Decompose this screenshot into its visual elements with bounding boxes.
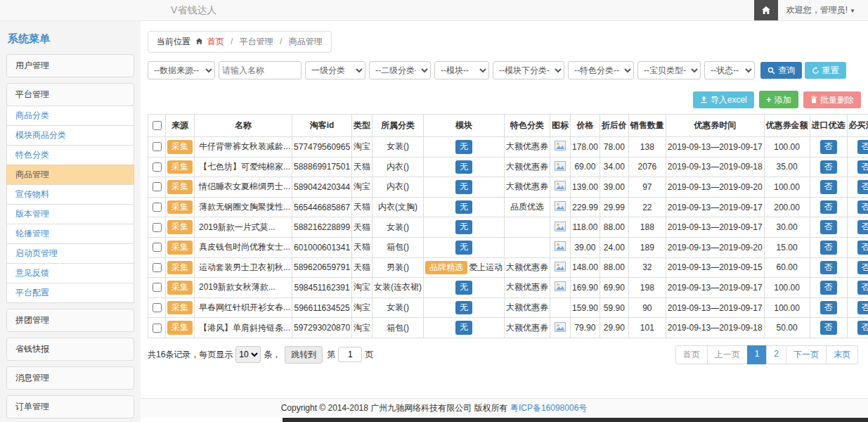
row-checkbox[interactable] <box>153 283 162 292</box>
must-buy-toggle[interactable]: 否 <box>857 220 868 234</box>
product-name: 运动套装男士卫衣初秋... <box>195 257 292 278</box>
sidebar-item-6[interactable]: 宣传物料 <box>6 184 134 205</box>
icp-link[interactable]: 粤ICP备16098006号 <box>510 402 587 414</box>
import-select-toggle[interactable]: 否 <box>820 241 837 255</box>
jump-button[interactable]: 跳转到 <box>285 346 323 364</box>
feature-category-select[interactable]: --特色分类-- <box>568 61 634 79</box>
sidebar-item-4[interactable]: 特色分类 <box>6 145 134 165</box>
page-button-2[interactable]: 1 <box>747 345 767 364</box>
home-icon <box>761 6 771 15</box>
module-badge: 无 <box>455 200 472 215</box>
source-badge: 采集 <box>167 160 193 174</box>
sales-count: 198 <box>628 278 666 298</box>
source-badge: 采集 <box>167 261 193 275</box>
product-type: 淘宝 <box>352 177 373 198</box>
price: 39.00 <box>571 237 600 257</box>
must-buy-toggle[interactable]: 否 <box>857 160 868 174</box>
module-sub-category-select[interactable]: --模块下分类-- <box>493 61 564 79</box>
must-buy-toggle[interactable]: 否 <box>857 261 868 275</box>
sidebar-item-13[interactable]: 省钱快报 <box>6 338 134 361</box>
coupon-time: 2019-09-13—2019-09-20 <box>666 177 764 198</box>
breadcrumb-home-link[interactable]: 首页 <box>207 37 224 46</box>
page-size-select[interactable]: 10 <box>235 346 261 363</box>
select-all-checkbox[interactable] <box>153 121 162 130</box>
sidebar-item-15[interactable]: 订单管理 <box>6 395 134 418</box>
source-badge: 采集 <box>167 180 193 194</box>
page-button-3[interactable]: 2 <box>766 345 786 364</box>
row-checkbox[interactable] <box>153 203 162 212</box>
row-checkbox[interactable] <box>153 182 162 191</box>
import-select-toggle[interactable]: 否 <box>820 220 837 234</box>
price: 229.99 <box>571 197 600 217</box>
reset-button[interactable]: 重置 <box>805 62 846 79</box>
sidebar-item-10[interactable]: 意见反馈 <box>6 263 134 283</box>
import-select-toggle[interactable]: 否 <box>820 261 837 275</box>
name-input[interactable] <box>219 61 302 79</box>
row-checkbox[interactable] <box>153 162 162 172</box>
product-name: 2019新款女秋薄款... <box>195 278 292 298</box>
import-select-toggle[interactable]: 否 <box>820 180 837 194</box>
sidebar-item-8[interactable]: 轮播管理 <box>6 224 134 244</box>
sidebar-item-12[interactable]: 拼团管理 <box>6 309 134 332</box>
icon-cell <box>550 318 571 338</box>
import-select-toggle[interactable]: 否 <box>820 140 837 154</box>
coupon-time: 2019-09-13—2019-09-18 <box>666 157 764 177</box>
filter-bar: --数据来源--一级分类--二级分类----模块----模块下分类----特色分… <box>148 61 861 79</box>
row-checkbox[interactable] <box>153 142 162 151</box>
page-number-input[interactable] <box>338 347 362 362</box>
module-select[interactable]: --模块-- <box>434 61 489 79</box>
level1-category-select[interactable]: 一级分类 <box>305 61 365 79</box>
page-button-1[interactable]: 上一页 <box>707 345 748 364</box>
row-checkbox[interactable] <box>153 223 162 232</box>
coupon-time: 2019-09-13—2019-09-17 <box>666 278 764 298</box>
add-button[interactable]: + 添加 <box>759 91 798 108</box>
must-buy-toggle[interactable]: 否 <box>857 281 868 295</box>
batch-delete-button[interactable]: 批量删除 <box>803 91 861 108</box>
source-badge: 采集 <box>167 241 193 255</box>
sidebar-item-14[interactable]: 消息管理 <box>6 366 134 390</box>
page-button-5[interactable]: 末页 <box>826 345 858 364</box>
import-select-toggle[interactable]: 否 <box>820 200 837 215</box>
table-row: 采集薄款无钢圈文胸聚拢性...565446685867天猫内衣(文胸)无品质优选… <box>148 197 868 217</box>
item-type-select[interactable]: --宝贝类型-- <box>637 61 701 79</box>
search-button[interactable]: 查询 <box>760 62 802 79</box>
must-buy-toggle[interactable]: 否 <box>857 200 868 215</box>
sidebar-item-0[interactable]: 用户管理 <box>6 54 134 77</box>
must-buy-toggle[interactable]: 否 <box>857 241 868 255</box>
sidebar-item-9[interactable]: 启动页管理 <box>6 243 134 264</box>
page-button-0[interactable]: 首页 <box>675 345 708 364</box>
data-source-select[interactable]: --数据来源-- <box>148 61 215 79</box>
must-buy-toggle[interactable]: 否 <box>857 180 868 194</box>
sidebar-item-7[interactable]: 版本管理 <box>6 204 134 224</box>
user-menu[interactable]: 欢迎您，管理员!▼ <box>778 4 868 16</box>
row-checkbox[interactable] <box>153 263 162 272</box>
page-button-4[interactable]: 下一页 <box>786 345 827 364</box>
status-select[interactable]: --状态-- <box>704 61 755 79</box>
must-buy-toggle[interactable]: 否 <box>857 321 868 335</box>
level2-category-select[interactable]: --二级分类-- <box>369 61 431 79</box>
sidebar-item-11[interactable]: 平台配置 <box>6 283 134 303</box>
import-excel-button[interactable]: 导入excel <box>693 91 754 108</box>
import-select-toggle[interactable]: 否 <box>820 321 837 335</box>
main-content: 当前位置 首页 / 平台管理 / 商品管理 --数据来源--一级分类--二级分类… <box>148 21 868 364</box>
row-checkbox[interactable] <box>153 303 162 312</box>
must-buy-toggle[interactable]: 否 <box>857 140 868 154</box>
sidebar-item-3[interactable]: 模块商品分类 <box>6 125 134 146</box>
sidebar-item-1[interactable]: 平台管理 <box>6 83 134 106</box>
module-cell: 无 <box>424 278 505 298</box>
icon-cell <box>550 157 571 177</box>
product-thumbnail <box>555 161 566 171</box>
product-category: 内衣() <box>373 157 424 177</box>
module-cell: 无 <box>424 137 505 158</box>
import-select-toggle[interactable]: 否 <box>820 301 837 315</box>
row-checkbox[interactable] <box>153 243 162 252</box>
import-select-toggle[interactable]: 否 <box>820 281 837 295</box>
row-checkbox[interactable] <box>153 324 162 333</box>
must-buy-toggle[interactable]: 否 <box>857 301 868 315</box>
home-button[interactable] <box>754 0 778 20</box>
import-select-toggle[interactable]: 否 <box>820 160 837 174</box>
sidebar-item-2[interactable]: 商品分类 <box>6 106 134 126</box>
sidebar-item-5[interactable]: 商品管理 <box>6 165 134 185</box>
module-cell: 无 <box>424 197 505 217</box>
col-import-select: 进口优选 <box>810 115 847 137</box>
